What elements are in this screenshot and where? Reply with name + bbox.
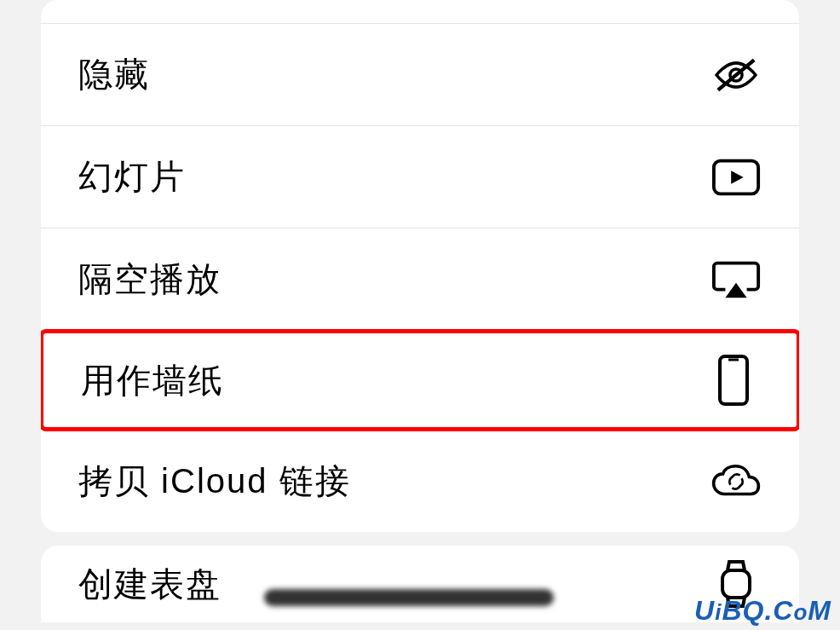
menu-item-airplay[interactable]: 隔空播放 xyxy=(41,228,799,331)
eye-slash-icon xyxy=(711,49,762,101)
watermark-text: UiBQ.CoM xyxy=(694,595,831,627)
menu-item-partial[interactable] xyxy=(41,0,799,24)
play-rect-icon xyxy=(711,152,762,203)
menu-label: 拷贝 iCloud 链接 xyxy=(78,458,351,505)
cloud-link-icon xyxy=(711,455,762,506)
action-menu-list: 隐藏 幻灯片 隔空播放 用作墙纸 xyxy=(41,0,799,532)
menu-item-copy-icloud-link[interactable]: 拷贝 iCloud 链接 xyxy=(41,430,799,532)
menu-label: 幻灯片 xyxy=(78,153,186,200)
menu-item-hide[interactable]: 隐藏 xyxy=(41,24,799,126)
menu-label: 用作墙纸 xyxy=(81,357,224,404)
secondary-menu-list: 创建表盘 xyxy=(41,546,799,622)
svg-rect-3 xyxy=(720,356,747,404)
svg-rect-5 xyxy=(722,570,750,598)
airplay-icon xyxy=(711,254,762,305)
menu-item-slideshow[interactable]: 幻灯片 xyxy=(41,126,799,228)
blur-overlay xyxy=(264,589,554,606)
phone-icon xyxy=(708,355,759,406)
menu-item-wallpaper[interactable]: 用作墙纸 xyxy=(41,329,799,431)
menu-label: 隔空播放 xyxy=(78,256,222,303)
menu-item-create-watchface[interactable]: 创建表盘 xyxy=(41,546,799,622)
menu-label: 隐藏 xyxy=(78,51,150,98)
menu-label: 创建表盘 xyxy=(78,561,222,608)
